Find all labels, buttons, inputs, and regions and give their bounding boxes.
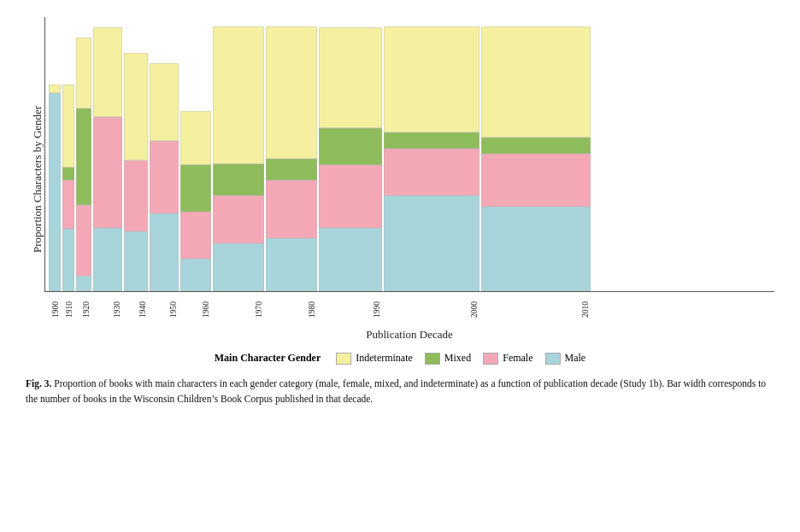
bar-segment-male <box>49 93 61 291</box>
bar-segment-male <box>481 207 591 291</box>
bar-segment-mixed <box>319 128 382 165</box>
bar-segment-male <box>384 196 479 291</box>
bar-segment-indeterminate <box>76 38 91 108</box>
bar-segment-indeterminate <box>384 26 479 132</box>
bar-group <box>49 85 61 291</box>
bar-segment-indeterminate <box>49 85 61 93</box>
bar-group <box>62 85 74 291</box>
bar-segment-male <box>62 229 74 291</box>
bar-group <box>213 26 264 291</box>
bar-segment-female <box>62 180 74 230</box>
legend-item: Male <box>545 352 586 365</box>
legend-item: Indeterminate <box>336 352 413 365</box>
legend-item-label: Male <box>565 352 586 365</box>
bar-segment-male <box>76 276 91 291</box>
legend-item: Female <box>483 352 532 365</box>
bar-segment-male <box>93 228 122 291</box>
bars-row <box>45 24 766 291</box>
bar-group <box>180 111 211 291</box>
legend-items: IndeterminateMixedFemaleMale <box>336 352 585 365</box>
x-label: 1950 <box>149 294 178 326</box>
legend-swatch <box>545 353 561 365</box>
x-label: 2000 <box>383 294 479 326</box>
x-label: 2010 <box>480 294 590 326</box>
bar-segment-female <box>124 161 148 232</box>
legend-swatch <box>425 353 440 365</box>
bar-segment-indeterminate <box>266 26 317 159</box>
x-label: 1900 <box>48 294 60 326</box>
bar-segment-indeterminate <box>180 111 211 165</box>
bar-group <box>124 53 148 291</box>
bar-segment-male <box>319 228 382 291</box>
bar-segment-female <box>150 141 179 213</box>
x-label: 1970 <box>212 294 263 326</box>
bar-segment-indeterminate <box>150 63 179 141</box>
bar-segment-mixed <box>213 164 264 196</box>
bar-segment-indeterminate <box>93 27 122 117</box>
bar-segment-male <box>266 238 317 291</box>
bar-segment-mixed <box>180 165 211 212</box>
bar-segment-female <box>481 154 591 207</box>
legend-swatch <box>336 353 351 365</box>
bar-segment-mixed <box>384 132 479 149</box>
legend-item-label: Female <box>503 352 532 365</box>
x-label: 1980 <box>265 294 316 326</box>
chart-inner: 1900191019201930194019501960197019801990… <box>44 17 774 342</box>
bar-segment-mixed <box>76 108 91 205</box>
bar-segment-female <box>213 196 264 243</box>
bar-group <box>76 37 91 291</box>
bar-segment-indeterminate <box>481 26 591 137</box>
bar-segment-mixed <box>481 137 591 154</box>
bar-segment-female <box>266 180 317 238</box>
x-label: 1920 <box>75 294 91 326</box>
x-label: 1990 <box>318 294 381 326</box>
bar-segment-male <box>180 259 211 291</box>
bar-segment-female <box>384 149 479 196</box>
chart-container: Proportion Characters by Gender 19001910… <box>26 17 774 407</box>
bar-group <box>150 63 179 291</box>
bar-segment-indeterminate <box>62 85 74 167</box>
bars-and-axes <box>44 17 774 292</box>
bar-group <box>266 26 317 291</box>
y-axis-label: Proportion Characters by Gender <box>26 17 44 342</box>
x-label: 1960 <box>179 294 210 326</box>
x-label: 1930 <box>92 294 121 326</box>
bar-segment-male <box>150 213 179 291</box>
x-label: 1940 <box>123 294 147 326</box>
legend-swatch <box>483 353 498 365</box>
legend-item-label: Indeterminate <box>356 352 413 365</box>
bar-segment-indeterminate <box>124 53 148 161</box>
x-label: 1910 <box>62 294 74 326</box>
bar-group <box>384 26 479 291</box>
x-axis-title: Publication Decade <box>44 328 774 342</box>
caption-label: Fig. 3. <box>26 378 51 389</box>
caption-text: Proportion of books with main characters… <box>26 378 766 404</box>
bar-segment-male <box>213 243 264 291</box>
bar-segment-male <box>124 231 148 291</box>
bar-segment-indeterminate <box>319 27 382 128</box>
legend: Main Character Gender IndeterminateMixed… <box>215 352 585 365</box>
bar-group <box>319 26 382 291</box>
caption: Fig. 3. Proportion of books with main ch… <box>26 377 774 407</box>
legend-item: Mixed <box>425 352 471 365</box>
bar-group <box>481 26 591 291</box>
x-axis-labels: 1900191019201930194019501960197019801990… <box>44 294 774 326</box>
legend-title: Main Character Gender <box>215 352 321 365</box>
bar-segment-mixed <box>62 167 74 180</box>
legend-item-label: Mixed <box>444 352 471 365</box>
bar-segment-female <box>180 212 211 259</box>
bar-segment-indeterminate <box>213 26 264 164</box>
bar-segment-female <box>76 205 91 276</box>
bar-segment-female <box>319 165 382 228</box>
bar-segment-female <box>93 117 122 228</box>
bar-segment-mixed <box>266 159 317 180</box>
chart-area: Proportion Characters by Gender 19001910… <box>26 17 774 342</box>
bar-group <box>93 26 122 291</box>
